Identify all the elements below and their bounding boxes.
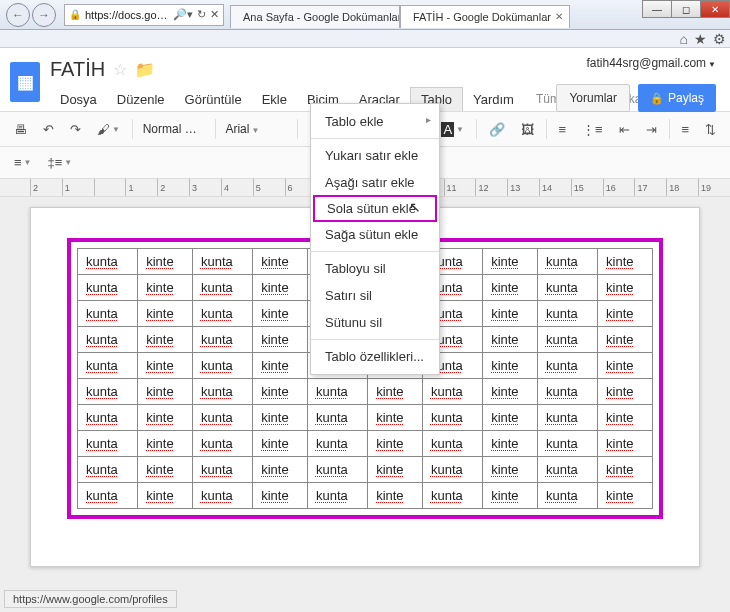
table-cell[interactable]: kunta [537, 327, 597, 353]
table-cell[interactable]: kunta [537, 483, 597, 509]
table-cell[interactable]: kinte [368, 379, 423, 405]
table-cell[interactable]: kunta [307, 457, 367, 483]
table-cell[interactable]: kinte [138, 379, 193, 405]
favorites-icon[interactable]: ★ [694, 31, 707, 47]
table-cell[interactable]: kunta [192, 483, 252, 509]
table-cell[interactable]: kinte [598, 327, 653, 353]
menu-edit[interactable]: Düzenle [107, 88, 175, 111]
table-cell[interactable]: kunta [537, 431, 597, 457]
table-cell[interactable]: kinte [138, 457, 193, 483]
menu-help[interactable]: Yardım [463, 88, 524, 111]
browser-tab-active[interactable]: FATİH - Google Dokümanlar ✕ [400, 5, 570, 28]
table-cell[interactable]: kinte [598, 457, 653, 483]
table-cell[interactable]: kunta [307, 483, 367, 509]
table-cell[interactable]: kinte [483, 249, 538, 275]
font-family-select[interactable]: Arial▼ [221, 120, 291, 138]
nav-back-button[interactable]: ← [6, 3, 30, 27]
table-cell[interactable]: kunta [537, 457, 597, 483]
table-cell[interactable]: kinte [253, 457, 308, 483]
table-cell[interactable]: kunta [192, 353, 252, 379]
table-cell[interactable]: kunta [78, 353, 138, 379]
table-cell[interactable]: kunta [192, 431, 252, 457]
menu-insert-table[interactable]: Tablo ekle [311, 108, 439, 135]
table-cell[interactable]: kinte [253, 301, 308, 327]
table-cell[interactable]: kinte [598, 405, 653, 431]
table-cell[interactable]: kunta [422, 379, 482, 405]
table-cell[interactable]: kinte [483, 457, 538, 483]
table-cell[interactable]: kunta [192, 457, 252, 483]
redo-button[interactable]: ↷ [64, 118, 87, 141]
table-cell[interactable]: kinte [368, 405, 423, 431]
undo-button[interactable]: ↶ [37, 118, 60, 141]
table-cell[interactable]: kunta [422, 483, 482, 509]
table-cell[interactable]: kunta [78, 379, 138, 405]
table-cell[interactable]: kunta [192, 379, 252, 405]
insert-link-button[interactable]: 🔗 [483, 118, 511, 141]
browser-tab[interactable]: Ana Sayfa - Google Dokümanlar [230, 5, 400, 28]
menu-table-properties[interactable]: Tablo özellikleri... [311, 343, 439, 370]
line-spacing-button[interactable]: ⇅ [699, 118, 722, 141]
table-cell[interactable]: kinte [138, 301, 193, 327]
account-menu[interactable]: fatih44srg@gmail.com▼ [587, 56, 716, 70]
decrease-indent-button[interactable]: ⇤ [613, 118, 636, 141]
menu-insert-col-left[interactable]: Sola sütun ekle ↖ [313, 195, 437, 222]
table-cell[interactable]: kinte [253, 405, 308, 431]
stop-icon[interactable]: ✕ [210, 8, 219, 21]
table-cell[interactable]: kunta [307, 405, 367, 431]
window-maximize-button[interactable]: ◻ [671, 0, 701, 18]
table-cell[interactable]: kunta [537, 249, 597, 275]
menu-insert-row-above[interactable]: Yukarı satır ekle [311, 142, 439, 169]
table-cell[interactable]: kunta [78, 275, 138, 301]
window-minimize-button[interactable]: — [642, 0, 672, 18]
table-cell[interactable]: kinte [483, 405, 538, 431]
table-cell[interactable]: kunta [78, 457, 138, 483]
table-cell[interactable]: kinte [138, 353, 193, 379]
table-cell[interactable]: kunta [537, 301, 597, 327]
menu-delete-col[interactable]: Sütunu sil [311, 309, 439, 336]
table-cell[interactable]: kunta [78, 301, 138, 327]
table-cell[interactable]: kinte [253, 275, 308, 301]
table-cell[interactable]: kunta [192, 301, 252, 327]
table-cell[interactable]: kinte [598, 431, 653, 457]
print-button[interactable]: 🖶 [8, 118, 33, 141]
table-cell[interactable]: kinte [598, 275, 653, 301]
table-cell[interactable]: kinte [253, 379, 308, 405]
share-button[interactable]: 🔒 Paylaş [638, 84, 716, 112]
search-dropdown-icon[interactable]: 🔎▾ [173, 8, 193, 21]
align-button[interactable]: ≡ [675, 118, 695, 141]
table-cell[interactable]: kunta [537, 353, 597, 379]
align-left-button[interactable]: ≡▼ [8, 151, 38, 174]
document-title[interactable]: FATİH [50, 58, 105, 81]
table-cell[interactable]: kunta [78, 431, 138, 457]
paint-format-button[interactable]: 🖌▼ [91, 118, 126, 141]
table-cell[interactable]: kunta [537, 275, 597, 301]
paragraph-style-select[interactable]: Normal me...▼ [139, 120, 209, 138]
table-cell[interactable]: kunta [307, 379, 367, 405]
table-cell[interactable]: kinte [598, 483, 653, 509]
table-cell[interactable]: kunta [78, 249, 138, 275]
table-cell[interactable]: kinte [253, 483, 308, 509]
star-icon[interactable]: ☆ [113, 60, 127, 79]
table-cell[interactable]: kinte [598, 379, 653, 405]
nav-forward-button[interactable]: → [32, 3, 56, 27]
window-close-button[interactable]: ✕ [700, 0, 730, 18]
table-cell[interactable]: kunta [192, 249, 252, 275]
table-cell[interactable]: kinte [598, 301, 653, 327]
table-cell[interactable]: kinte [598, 249, 653, 275]
table-cell[interactable]: kunta [537, 405, 597, 431]
table-cell[interactable]: kunta [192, 275, 252, 301]
menu-file[interactable]: Dosya [50, 88, 107, 111]
table-cell[interactable]: kinte [368, 457, 423, 483]
bulleted-list-button[interactable]: ⋮≡ [576, 118, 609, 141]
table-cell[interactable]: kinte [483, 275, 538, 301]
home-icon[interactable]: ⌂ [680, 31, 688, 47]
highlight-color-button[interactable]: A▼ [435, 118, 470, 141]
table-cell[interactable]: kinte [138, 327, 193, 353]
menu-delete-table[interactable]: Tabloyu sil [311, 255, 439, 282]
table-cell[interactable]: kinte [253, 327, 308, 353]
table-cell[interactable]: kunta [422, 431, 482, 457]
table-cell[interactable]: kinte [138, 249, 193, 275]
folder-icon[interactable]: 📁 [135, 60, 155, 79]
table-cell[interactable]: kunta [192, 327, 252, 353]
table-cell[interactable]: kinte [368, 483, 423, 509]
